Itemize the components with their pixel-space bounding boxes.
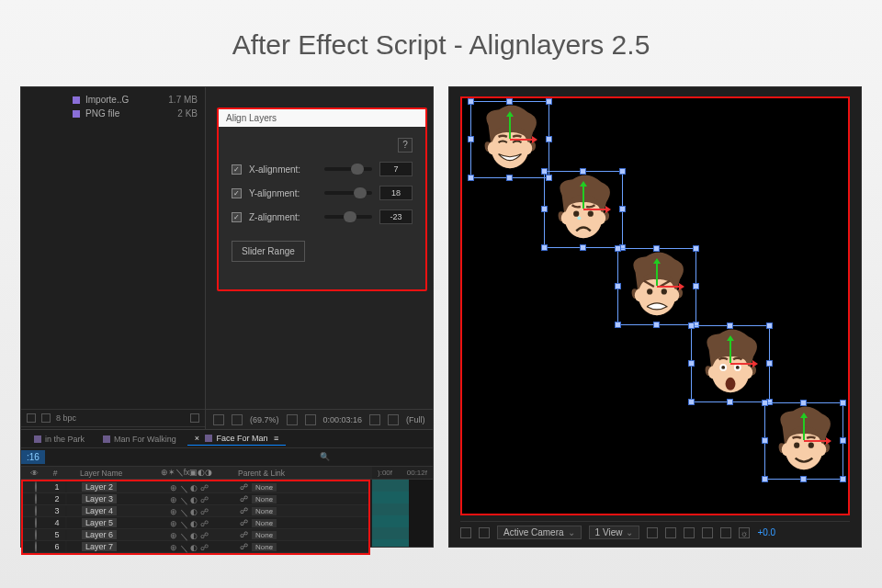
layer-name[interactable]: Layer 3 (82, 494, 117, 503)
project-item[interactable]: Importe..G 1.7 MB (28, 93, 198, 107)
shy-icon[interactable] (336, 452, 347, 463)
resolution-label[interactable]: (Full) (406, 415, 425, 424)
resize-handle[interactable] (840, 437, 846, 444)
time-ruler[interactable]: ):00f 00:12f (372, 467, 433, 480)
timecode-display[interactable]: 0:00:03:16 (323, 415, 363, 424)
project-item[interactable]: PNG file 2 KB (28, 107, 198, 120)
resize-handle[interactable] (762, 437, 768, 444)
grid-icon[interactable] (460, 527, 471, 538)
label-color[interactable] (65, 529, 67, 540)
layer-row[interactable]: 2Layer 3⊕＼◐☍☍None (23, 493, 368, 505)
view-layout-icon[interactable] (647, 527, 658, 538)
resize-handle[interactable] (619, 168, 626, 175)
layer-switches[interactable]: ⊕＼◐☍ (142, 507, 234, 514)
layer-switches[interactable]: ⊕＼◐☍ (142, 519, 234, 526)
fast-preview-icon[interactable] (684, 527, 695, 538)
timeline-bars-area[interactable] (372, 480, 433, 547)
y-alignment-slider[interactable] (324, 191, 372, 195)
frame-blend-icon[interactable] (353, 452, 364, 463)
x-axis-gizmo[interactable] (804, 440, 830, 442)
resize-handle[interactable] (546, 136, 552, 142)
timeline-tab[interactable]: Man For Walking (96, 433, 184, 446)
resize-handle[interactable] (727, 322, 733, 329)
timeline-tab[interactable]: × Face For Man ≡ (187, 432, 287, 446)
resize-handle[interactable] (541, 206, 548, 212)
resize-handle[interactable] (468, 175, 474, 181)
visibility-toggle[interactable] (35, 517, 37, 528)
parent-dropdown[interactable]: None (252, 495, 277, 503)
bpc-label[interactable]: 8 bpc (56, 413, 76, 423)
resize-handle[interactable] (693, 245, 699, 252)
folder-icon[interactable] (27, 413, 36, 423)
channels-icon[interactable] (388, 414, 399, 425)
help-button[interactable]: ? (398, 138, 413, 153)
layer-switches[interactable]: ⊕＼◐☍ (142, 483, 234, 491)
resize-handle[interactable] (615, 322, 621, 328)
pickwhip-icon[interactable]: ☍ (240, 482, 248, 492)
layer-duration-bars[interactable] (372, 480, 409, 547)
parent-dropdown[interactable]: None (252, 507, 277, 515)
resize-handle[interactable] (688, 322, 695, 329)
y-axis-gizmo[interactable] (582, 183, 584, 209)
resize-handle[interactable] (541, 244, 548, 251)
x-alignment-value[interactable]: 7 (379, 162, 413, 176)
layer-switches[interactable]: ⊕＼◐☍ (142, 531, 234, 538)
layer-name[interactable]: Layer 6 (82, 530, 117, 539)
layer-name[interactable]: Layer 7 (82, 542, 117, 551)
visibility-toggle[interactable] (35, 481, 37, 492)
transparency-icon[interactable] (720, 527, 731, 538)
layer-row[interactable]: 4Layer 5⊕＼◐☍☍None (23, 517, 368, 529)
layer-instance[interactable] (620, 251, 694, 322)
resize-handle[interactable] (840, 476, 846, 482)
resize-handle[interactable] (615, 245, 621, 252)
layer-instance[interactable] (473, 104, 547, 175)
resize-handle[interactable] (688, 360, 695, 367)
draft3d-icon[interactable] (402, 452, 413, 463)
z-alignment-checkbox[interactable] (232, 212, 242, 222)
camera-select[interactable]: Active Camera (497, 526, 582, 539)
resize-handle[interactable] (840, 400, 846, 406)
grid-icon[interactable] (213, 414, 224, 425)
parent-dropdown[interactable]: None (252, 531, 277, 539)
layer-name[interactable]: Layer 4 (82, 506, 117, 515)
visibility-toggle[interactable] (35, 505, 37, 516)
y-axis-gizmo[interactable] (729, 337, 731, 363)
resize-handle[interactable] (541, 168, 548, 175)
y-alignment-checkbox[interactable] (232, 188, 242, 198)
current-time[interactable]: :16 (21, 450, 45, 464)
resize-handle[interactable] (693, 283, 699, 289)
resize-handle[interactable] (506, 98, 513, 105)
pickwhip-icon[interactable]: ☍ (240, 506, 248, 515)
composition-viewport[interactable] (460, 96, 850, 515)
layer-row[interactable]: 1Layer 2⊕＼◐☍☍None (23, 481, 368, 493)
resize-handle[interactable] (468, 98, 474, 105)
trash-icon[interactable] (190, 413, 199, 423)
guides-icon[interactable] (479, 527, 490, 538)
layer-switches[interactable]: ⊕＼◐☍ (142, 543, 234, 550)
resize-handle[interactable] (800, 476, 807, 482)
views-select[interactable]: 1 View (589, 526, 640, 539)
timeline-icon[interactable] (702, 527, 713, 538)
resize-handle[interactable] (766, 322, 773, 329)
label-color[interactable] (65, 493, 67, 504)
y-axis-gizmo[interactable] (656, 260, 658, 286)
y-axis-gizmo[interactable] (803, 414, 805, 440)
layer-switches[interactable]: ⊕＼◐☍ (142, 495, 234, 503)
slider-range-button[interactable]: Slider Range (232, 241, 305, 262)
visibility-toggle[interactable] (35, 541, 37, 552)
label-color[interactable] (65, 517, 67, 528)
align-dialog-title[interactable]: Align Layers (219, 109, 425, 127)
layer-row[interactable]: 3Layer 4⊕＼◐☍☍None (23, 505, 368, 517)
label-color[interactable] (65, 481, 67, 492)
exposure-icon[interactable]: ☼ (739, 527, 750, 538)
label-color[interactable] (65, 505, 67, 516)
label-color[interactable] (65, 541, 67, 552)
resize-handle[interactable] (688, 399, 695, 405)
resize-handle[interactable] (619, 206, 626, 212)
resolution-icon[interactable] (287, 414, 298, 425)
layer-row[interactable]: 6Layer 7⊕＼◐☍☍None (23, 541, 368, 553)
layer-instance[interactable] (547, 174, 620, 245)
layer-row[interactable]: 5Layer 6⊕＼◐☍☍None (23, 529, 368, 541)
x-axis-gizmo[interactable] (730, 363, 756, 365)
motion-blur-icon[interactable] (369, 452, 380, 463)
